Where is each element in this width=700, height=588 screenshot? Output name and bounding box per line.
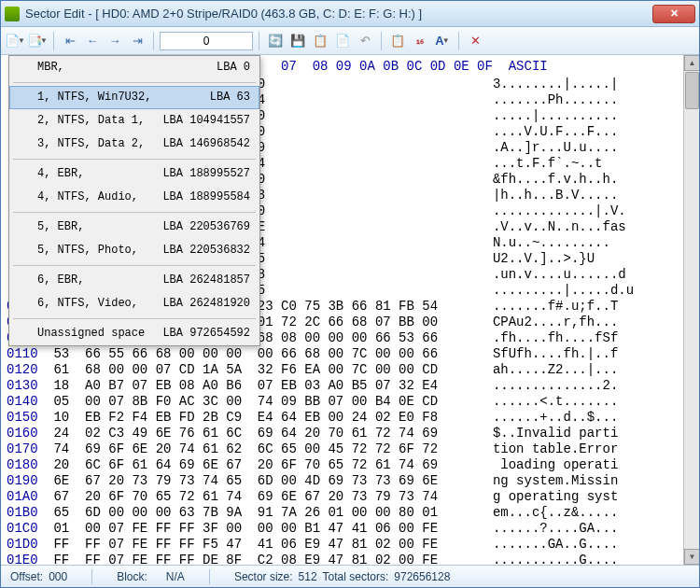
dropdown-item[interactable]: 5, EBR,LBA 220536769 (9, 216, 259, 239)
dropdown-item[interactable]: MBR,LBA 0 (9, 56, 259, 79)
refresh-button[interactable]: 🔄 (265, 31, 286, 51)
hex-row[interactable]: 0180 20 6C 6F 61 64 69 6E 67 20 6F 70 65… (7, 457, 678, 473)
font-dropdown-button[interactable]: A▼ (432, 31, 453, 51)
statusbar: Offset: 000 Block: N/A Sector size: 512 … (1, 565, 699, 587)
last-button[interactable]: ⇥ (127, 31, 147, 51)
separator (91, 569, 92, 584)
hex-row[interactable]: 0140 05 00 07 8B F0 AC 3C 00 74 09 BB 07… (7, 394, 678, 410)
dropdown-item[interactable]: 4, NTFS, Audio,LBA 188995584 (9, 186, 259, 209)
hex-row[interactable]: 0130 18 A0 B7 07 EB 08 A0 B6 07 EB 03 A0… (7, 378, 678, 394)
separator (381, 32, 382, 50)
partition-dropdown-button[interactable]: 📑▼ (27, 31, 48, 51)
hex-row[interactable]: 01A0 67 20 6F 70 65 72 61 74 69 6E 67 20… (7, 489, 678, 505)
dropdown-item[interactable]: Unassigned spaceLBA 972654592 (9, 322, 259, 345)
scroll-down-button[interactable]: ▼ (684, 549, 699, 565)
dropdown-item[interactable]: 2, NTFS, Data 1,LBA 104941557 (9, 109, 259, 133)
first-button[interactable]: ⇤ (60, 31, 80, 51)
dropdown-item-lba: LBA 146968542 (162, 136, 250, 152)
sector-input[interactable] (160, 32, 253, 50)
undo-button[interactable]: ↶ (355, 31, 375, 51)
status-block-label: Block: (117, 570, 147, 583)
dropdown-item-lba: LBA 262481920 (162, 296, 250, 312)
dropdown-item-label: 1, NTFS, Win7U32, (37, 90, 210, 105)
status-sector-size-label: Sector size: (234, 570, 293, 583)
dropdown-item-lba: LBA 262481857 (162, 273, 250, 288)
dropdown-item-label: 6, NTFS, Video, (37, 296, 162, 312)
toolbar: 📄▼ 📑▼ ⇤ ← → ⇥ 🔄 💾 📋 📄 ↶ 📋 ₁₆ A▼ ✕ (1, 27, 699, 55)
status-total-sectors-label: Total sectors: (323, 570, 389, 583)
status-offset-label: Offset: (10, 570, 43, 583)
window: Sector Edit - [ HD0: AMD 2+0 Stripe/RAID… (0, 0, 700, 588)
dropdown-item-lba: LBA 104941557 (162, 113, 250, 129)
hex-row[interactable]: 0160 24 02 C3 49 6E 76 61 6C 69 64 20 70… (7, 426, 678, 441)
dropdown-separator (13, 159, 256, 160)
dropdown-item-lba: LBA 972654592 (162, 326, 250, 342)
dropdown-item-label: 6, EBR, (37, 273, 162, 288)
hex-row[interactable]: 01C0 01 00 07 FE FF FF 3F 00 00 00 B1 47… (7, 521, 678, 537)
prev-button[interactable]: ← (82, 31, 103, 51)
close-button[interactable]: ✕ (652, 5, 695, 23)
dropdown-item-label: 3, NTFS, Data 2, (37, 136, 162, 152)
dropdown-separator (13, 318, 256, 319)
scroll-up-button[interactable]: ▲ (684, 55, 699, 71)
status-block-value: N/A (166, 570, 185, 583)
separator (209, 569, 210, 584)
dropdown-item-label: MBR, (37, 60, 217, 76)
dropdown-item[interactable]: 5, NTFS, Photo,LBA 220536832 (9, 239, 259, 262)
open-dropdown-button[interactable]: 📄▼ (5, 31, 25, 51)
app-icon (5, 7, 20, 21)
separator (458, 32, 459, 50)
vertical-scrollbar[interactable]: ▲ ▼ (683, 55, 699, 565)
dropdown-item-lba: LBA 188995527 (162, 166, 250, 182)
dropdown-item-lba: LBA 63 (210, 90, 250, 105)
dropdown-item-lba: LBA 220536832 (162, 243, 250, 259)
dropdown-item-label: Unassigned space (37, 326, 162, 342)
separator (259, 32, 259, 50)
hex-button[interactable]: ₁₆ (410, 31, 430, 51)
calc-button[interactable]: 📋 (387, 31, 408, 51)
dropdown-item[interactable]: 6, EBR,LBA 262481857 (9, 269, 259, 292)
hex-row[interactable]: 0120 61 68 00 00 07 CD 1A 5A 32 F6 EA 00… (7, 362, 678, 378)
status-total-sectors-value: 972656128 (394, 570, 450, 583)
dropdown-item-lba: LBA 188995584 (162, 189, 250, 205)
partition-dropdown-menu[interactable]: MBR,LBA 01, NTFS, Win7U32,LBA 632, NTFS,… (8, 55, 260, 346)
hex-row[interactable]: 0190 6E 67 20 73 79 73 74 65 6D 00 4D 69… (7, 473, 678, 489)
dropdown-item-label: 5, EBR, (37, 219, 162, 235)
dropdown-item[interactable]: 1, NTFS, Win7U32,LBA 63 (9, 86, 259, 109)
dropdown-separator (13, 212, 256, 213)
dropdown-item-label: 2, NTFS, Data 1, (37, 113, 162, 129)
hex-row[interactable]: 0110 53 66 55 66 68 00 00 00 00 66 68 00… (7, 346, 678, 362)
dropdown-item-lba: LBA 0 (217, 60, 250, 76)
scroll-thumb[interactable] (685, 72, 699, 109)
status-sector-size-value: 512 (299, 570, 317, 583)
hex-row[interactable]: 01D0 FF FF 07 FE FF FF F5 47 41 06 E9 47… (7, 537, 678, 553)
paste-button[interactable]: 📄 (332, 31, 353, 51)
dropdown-item[interactable]: 4, EBR,LBA 188995527 (9, 162, 259, 186)
dropdown-separator (13, 82, 256, 83)
dropdown-item-label: 4, NTFS, Audio, (37, 189, 162, 205)
save-button[interactable]: 💾 (287, 31, 308, 51)
copy-button[interactable]: 📋 (310, 31, 330, 51)
hex-row[interactable]: 0150 10 EB F2 F4 EB FD 2B C9 E4 64 EB 00… (7, 410, 678, 426)
hex-view[interactable]: 07 08 09 0A 0B 0C 0D 0E 0F ASCII 8E C0 8… (1, 55, 683, 565)
hex-row[interactable]: 01E0 FF FF 07 FE FF FF DE 8F C2 08 E9 47… (7, 553, 678, 565)
dropdown-separator (13, 265, 256, 266)
window-title: Sector Edit - [ HD0: AMD 2+0 Stripe/RAID… (25, 7, 652, 21)
dropdown-item-label: 5, NTFS, Photo, (37, 243, 162, 259)
separator (153, 32, 154, 50)
content-area: 07 08 09 0A 0B 0C 0D 0E 0F ASCII 8E C0 8… (1, 55, 699, 565)
close-tool-button[interactable]: ✕ (465, 31, 485, 51)
dropdown-item[interactable]: 3, NTFS, Data 2,LBA 146968542 (9, 133, 259, 156)
dropdown-item-lba: LBA 220536769 (162, 219, 250, 235)
hex-row[interactable]: 01B0 65 6D 00 00 00 63 7B 9A 91 7A 26 01… (7, 505, 678, 521)
separator (53, 32, 54, 50)
titlebar: Sector Edit - [ HD0: AMD 2+0 Stripe/RAID… (1, 1, 699, 27)
next-button[interactable]: → (105, 31, 125, 51)
hex-row[interactable]: 0170 74 69 6F 6E 20 74 61 62 6C 65 00 45… (7, 441, 678, 457)
status-offset-value: 000 (49, 570, 67, 583)
dropdown-item[interactable]: 6, NTFS, Video,LBA 262481920 (9, 292, 259, 315)
dropdown-item-label: 4, EBR, (37, 166, 162, 182)
